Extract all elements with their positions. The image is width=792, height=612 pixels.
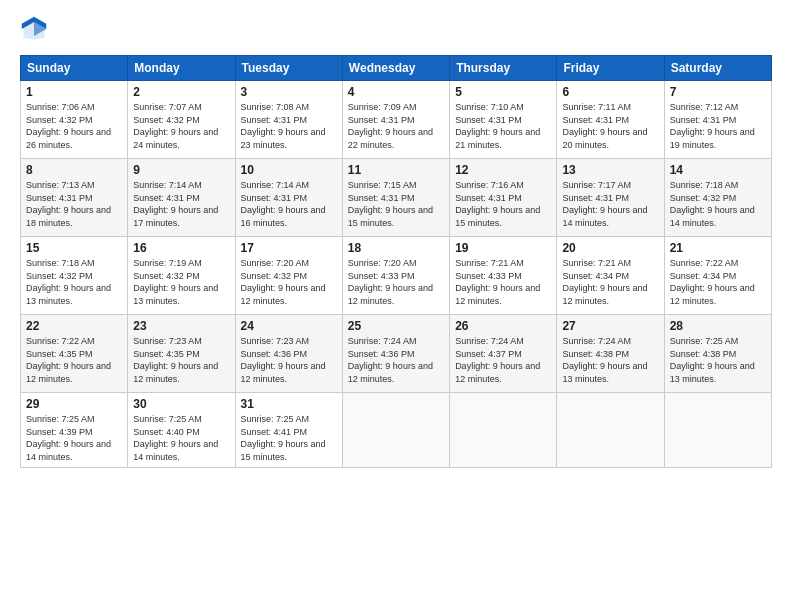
calendar-cell: 26 Sunrise: 7:24 AMSunset: 4:37 PMDaylig… bbox=[450, 315, 557, 393]
day-number: 16 bbox=[133, 241, 229, 255]
day-number: 19 bbox=[455, 241, 551, 255]
day-number: 21 bbox=[670, 241, 766, 255]
calendar-cell bbox=[664, 393, 771, 468]
page: SundayMondayTuesdayWednesdayThursdayFrid… bbox=[0, 0, 792, 612]
day-info: Sunrise: 7:07 AMSunset: 4:32 PMDaylight:… bbox=[133, 102, 218, 150]
day-info: Sunrise: 7:14 AMSunset: 4:31 PMDaylight:… bbox=[241, 180, 326, 228]
calendar-cell: 12 Sunrise: 7:16 AMSunset: 4:31 PMDaylig… bbox=[450, 159, 557, 237]
weekday-header-row: SundayMondayTuesdayWednesdayThursdayFrid… bbox=[21, 56, 772, 81]
logo bbox=[20, 15, 54, 43]
calendar-cell: 29 Sunrise: 7:25 AMSunset: 4:39 PMDaylig… bbox=[21, 393, 128, 468]
calendar-cell: 16 Sunrise: 7:19 AMSunset: 4:32 PMDaylig… bbox=[128, 237, 235, 315]
calendar-cell: 18 Sunrise: 7:20 AMSunset: 4:33 PMDaylig… bbox=[342, 237, 449, 315]
day-info: Sunrise: 7:25 AMSunset: 4:40 PMDaylight:… bbox=[133, 414, 218, 462]
weekday-header-saturday: Saturday bbox=[664, 56, 771, 81]
day-info: Sunrise: 7:23 AMSunset: 4:35 PMDaylight:… bbox=[133, 336, 218, 384]
day-info: Sunrise: 7:19 AMSunset: 4:32 PMDaylight:… bbox=[133, 258, 218, 306]
weekday-header-tuesday: Tuesday bbox=[235, 56, 342, 81]
day-info: Sunrise: 7:24 AMSunset: 4:37 PMDaylight:… bbox=[455, 336, 540, 384]
week-row-2: 8 Sunrise: 7:13 AMSunset: 4:31 PMDayligh… bbox=[21, 159, 772, 237]
day-info: Sunrise: 7:24 AMSunset: 4:36 PMDaylight:… bbox=[348, 336, 433, 384]
day-number: 17 bbox=[241, 241, 337, 255]
day-number: 5 bbox=[455, 85, 551, 99]
day-info: Sunrise: 7:22 AMSunset: 4:34 PMDaylight:… bbox=[670, 258, 755, 306]
calendar-table: SundayMondayTuesdayWednesdayThursdayFrid… bbox=[20, 55, 772, 468]
calendar-cell: 24 Sunrise: 7:23 AMSunset: 4:36 PMDaylig… bbox=[235, 315, 342, 393]
weekday-header-thursday: Thursday bbox=[450, 56, 557, 81]
weekday-header-monday: Monday bbox=[128, 56, 235, 81]
day-number: 13 bbox=[562, 163, 658, 177]
day-info: Sunrise: 7:20 AMSunset: 4:32 PMDaylight:… bbox=[241, 258, 326, 306]
weekday-header-friday: Friday bbox=[557, 56, 664, 81]
day-number: 6 bbox=[562, 85, 658, 99]
day-info: Sunrise: 7:08 AMSunset: 4:31 PMDaylight:… bbox=[241, 102, 326, 150]
day-number: 4 bbox=[348, 85, 444, 99]
calendar-cell: 6 Sunrise: 7:11 AMSunset: 4:31 PMDayligh… bbox=[557, 81, 664, 159]
day-info: Sunrise: 7:14 AMSunset: 4:31 PMDaylight:… bbox=[133, 180, 218, 228]
day-info: Sunrise: 7:25 AMSunset: 4:38 PMDaylight:… bbox=[670, 336, 755, 384]
calendar-cell: 9 Sunrise: 7:14 AMSunset: 4:31 PMDayligh… bbox=[128, 159, 235, 237]
week-row-3: 15 Sunrise: 7:18 AMSunset: 4:32 PMDaylig… bbox=[21, 237, 772, 315]
calendar-cell bbox=[342, 393, 449, 468]
day-number: 25 bbox=[348, 319, 444, 333]
calendar-cell: 21 Sunrise: 7:22 AMSunset: 4:34 PMDaylig… bbox=[664, 237, 771, 315]
calendar-cell: 27 Sunrise: 7:24 AMSunset: 4:38 PMDaylig… bbox=[557, 315, 664, 393]
day-number: 29 bbox=[26, 397, 122, 411]
day-info: Sunrise: 7:16 AMSunset: 4:31 PMDaylight:… bbox=[455, 180, 540, 228]
day-number: 12 bbox=[455, 163, 551, 177]
day-number: 20 bbox=[562, 241, 658, 255]
day-info: Sunrise: 7:20 AMSunset: 4:33 PMDaylight:… bbox=[348, 258, 433, 306]
day-number: 23 bbox=[133, 319, 229, 333]
day-info: Sunrise: 7:21 AMSunset: 4:34 PMDaylight:… bbox=[562, 258, 647, 306]
day-number: 15 bbox=[26, 241, 122, 255]
calendar-cell: 5 Sunrise: 7:10 AMSunset: 4:31 PMDayligh… bbox=[450, 81, 557, 159]
day-number: 14 bbox=[670, 163, 766, 177]
calendar-cell: 14 Sunrise: 7:18 AMSunset: 4:32 PMDaylig… bbox=[664, 159, 771, 237]
calendar-cell: 3 Sunrise: 7:08 AMSunset: 4:31 PMDayligh… bbox=[235, 81, 342, 159]
header bbox=[20, 15, 772, 43]
day-info: Sunrise: 7:13 AMSunset: 4:31 PMDaylight:… bbox=[26, 180, 111, 228]
day-info: Sunrise: 7:18 AMSunset: 4:32 PMDaylight:… bbox=[26, 258, 111, 306]
weekday-header-sunday: Sunday bbox=[21, 56, 128, 81]
day-number: 28 bbox=[670, 319, 766, 333]
day-number: 10 bbox=[241, 163, 337, 177]
day-number: 27 bbox=[562, 319, 658, 333]
day-info: Sunrise: 7:10 AMSunset: 4:31 PMDaylight:… bbox=[455, 102, 540, 150]
day-number: 1 bbox=[26, 85, 122, 99]
week-row-1: 1 Sunrise: 7:06 AMSunset: 4:32 PMDayligh… bbox=[21, 81, 772, 159]
calendar-cell: 13 Sunrise: 7:17 AMSunset: 4:31 PMDaylig… bbox=[557, 159, 664, 237]
day-info: Sunrise: 7:15 AMSunset: 4:31 PMDaylight:… bbox=[348, 180, 433, 228]
day-info: Sunrise: 7:17 AMSunset: 4:31 PMDaylight:… bbox=[562, 180, 647, 228]
day-number: 18 bbox=[348, 241, 444, 255]
week-row-4: 22 Sunrise: 7:22 AMSunset: 4:35 PMDaylig… bbox=[21, 315, 772, 393]
day-info: Sunrise: 7:25 AMSunset: 4:41 PMDaylight:… bbox=[241, 414, 326, 462]
day-number: 24 bbox=[241, 319, 337, 333]
day-info: Sunrise: 7:11 AMSunset: 4:31 PMDaylight:… bbox=[562, 102, 647, 150]
day-number: 22 bbox=[26, 319, 122, 333]
calendar-cell: 31 Sunrise: 7:25 AMSunset: 4:41 PMDaylig… bbox=[235, 393, 342, 468]
day-number: 8 bbox=[26, 163, 122, 177]
calendar-cell: 25 Sunrise: 7:24 AMSunset: 4:36 PMDaylig… bbox=[342, 315, 449, 393]
calendar-cell: 4 Sunrise: 7:09 AMSunset: 4:31 PMDayligh… bbox=[342, 81, 449, 159]
calendar-cell: 23 Sunrise: 7:23 AMSunset: 4:35 PMDaylig… bbox=[128, 315, 235, 393]
calendar-cell: 8 Sunrise: 7:13 AMSunset: 4:31 PMDayligh… bbox=[21, 159, 128, 237]
day-number: 26 bbox=[455, 319, 551, 333]
calendar-cell: 20 Sunrise: 7:21 AMSunset: 4:34 PMDaylig… bbox=[557, 237, 664, 315]
calendar-cell: 28 Sunrise: 7:25 AMSunset: 4:38 PMDaylig… bbox=[664, 315, 771, 393]
calendar-cell: 19 Sunrise: 7:21 AMSunset: 4:33 PMDaylig… bbox=[450, 237, 557, 315]
calendar-cell: 22 Sunrise: 7:22 AMSunset: 4:35 PMDaylig… bbox=[21, 315, 128, 393]
day-info: Sunrise: 7:24 AMSunset: 4:38 PMDaylight:… bbox=[562, 336, 647, 384]
calendar-cell bbox=[557, 393, 664, 468]
calendar-cell: 17 Sunrise: 7:20 AMSunset: 4:32 PMDaylig… bbox=[235, 237, 342, 315]
day-info: Sunrise: 7:09 AMSunset: 4:31 PMDaylight:… bbox=[348, 102, 433, 150]
day-info: Sunrise: 7:25 AMSunset: 4:39 PMDaylight:… bbox=[26, 414, 111, 462]
calendar-cell: 7 Sunrise: 7:12 AMSunset: 4:31 PMDayligh… bbox=[664, 81, 771, 159]
week-row-5: 29 Sunrise: 7:25 AMSunset: 4:39 PMDaylig… bbox=[21, 393, 772, 468]
day-info: Sunrise: 7:18 AMSunset: 4:32 PMDaylight:… bbox=[670, 180, 755, 228]
logo-icon bbox=[20, 15, 48, 43]
calendar-cell bbox=[450, 393, 557, 468]
day-info: Sunrise: 7:21 AMSunset: 4:33 PMDaylight:… bbox=[455, 258, 540, 306]
calendar-cell: 15 Sunrise: 7:18 AMSunset: 4:32 PMDaylig… bbox=[21, 237, 128, 315]
day-number: 7 bbox=[670, 85, 766, 99]
day-number: 3 bbox=[241, 85, 337, 99]
